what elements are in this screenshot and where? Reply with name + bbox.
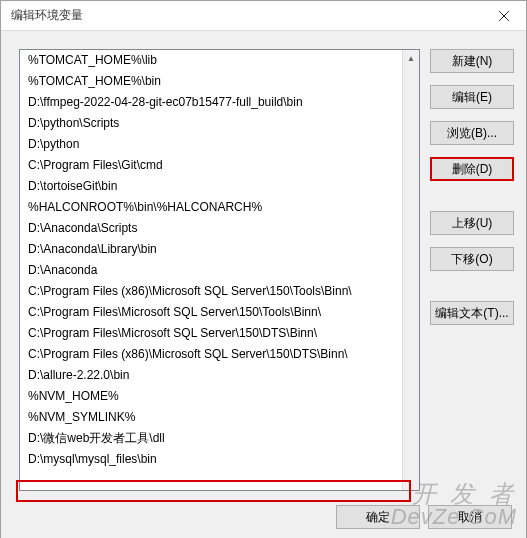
list-item[interactable]: D:\tortoiseGit\bin xyxy=(20,176,419,197)
list-item[interactable]: C:\Program Files (x86)\Microsoft SQL Ser… xyxy=(20,344,419,365)
scroll-up-icon[interactable]: ▲ xyxy=(403,50,419,67)
footer: 确定 取消 xyxy=(1,499,526,538)
list-item[interactable]: %HALCONROOT%\bin\%HALCONARCH% xyxy=(20,197,419,218)
list-inner: %TOMCAT_HOME%\lib%TOMCAT_HOME%\binD:\ffm… xyxy=(20,50,419,490)
content-area: %TOMCAT_HOME%\lib%TOMCAT_HOME%\binD:\ffm… xyxy=(1,31,526,499)
button-column: 新建(N) 编辑(E) 浏览(B)... 删除(D) 上移(U) 下移(O) 编… xyxy=(430,49,514,491)
list-item[interactable]: D:\Anaconda xyxy=(20,260,419,281)
list-item[interactable]: D:\mysql\mysql_files\bin xyxy=(20,449,419,470)
delete-button[interactable]: 删除(D) xyxy=(430,157,514,181)
list-item[interactable]: D:\python\Scripts xyxy=(20,113,419,134)
list-item[interactable]: %TOMCAT_HOME%\lib xyxy=(20,50,419,71)
list-item[interactable]: C:\Program Files\Microsoft SQL Server\15… xyxy=(20,323,419,344)
list-item[interactable]: %NVM_SYMLINK% xyxy=(20,407,419,428)
edittext-button[interactable]: 编辑文本(T)... xyxy=(430,301,514,325)
moveup-button[interactable]: 上移(U) xyxy=(430,211,514,235)
close-icon xyxy=(499,11,509,21)
browse-button[interactable]: 浏览(B)... xyxy=(430,121,514,145)
list-item[interactable]: D:\python xyxy=(20,134,419,155)
list-item[interactable]: C:\Program Files\Microsoft SQL Server\15… xyxy=(20,302,419,323)
window-title: 编辑环境变量 xyxy=(11,7,83,24)
list-item[interactable]: %NVM_HOME% xyxy=(20,386,419,407)
close-button[interactable] xyxy=(481,1,526,31)
ok-button[interactable]: 确定 xyxy=(336,505,420,529)
list-item[interactable]: D:\Anaconda\Library\bin xyxy=(20,239,419,260)
list-item[interactable]: D:\Anaconda\Scripts xyxy=(20,218,419,239)
new-button[interactable]: 新建(N) xyxy=(430,49,514,73)
path-listbox[interactable]: %TOMCAT_HOME%\lib%TOMCAT_HOME%\binD:\ffm… xyxy=(19,49,420,491)
cancel-button[interactable]: 取消 xyxy=(428,505,512,529)
movedown-button[interactable]: 下移(O) xyxy=(430,247,514,271)
list-item[interactable]: %TOMCAT_HOME%\bin xyxy=(20,71,419,92)
list-item[interactable]: C:\Program Files\Git\cmd xyxy=(20,155,419,176)
titlebar: 编辑环境变量 xyxy=(1,1,526,31)
list-item[interactable]: D:\微信web开发者工具\dll xyxy=(20,428,419,449)
list-item[interactable]: D:\allure-2.22.0\bin xyxy=(20,365,419,386)
scrollbar[interactable]: ▲ xyxy=(402,50,419,490)
dialog-window: 编辑环境变量 %TOMCAT_HOME%\lib%TOMCAT_HOME%\bi… xyxy=(0,0,527,538)
list-item[interactable]: C:\Program Files (x86)\Microsoft SQL Ser… xyxy=(20,281,419,302)
edit-button[interactable]: 编辑(E) xyxy=(430,85,514,109)
list-item[interactable]: D:\ffmpeg-2022-04-28-git-ec07b15477-full… xyxy=(20,92,419,113)
